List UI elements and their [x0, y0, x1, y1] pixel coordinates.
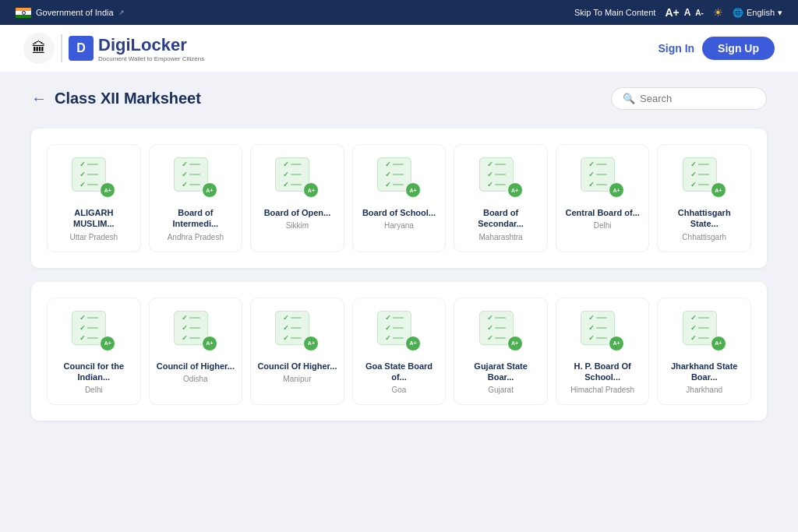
check-icon: ✓	[690, 334, 697, 342]
sign-in-button[interactable]: Sign In	[658, 42, 694, 55]
doc-line: ✓	[182, 334, 200, 342]
board-card[interactable]: ✓ ✓ ✓ A+ Goa State Board of... Goa	[352, 298, 447, 406]
board-card[interactable]: ✓ ✓ ✓ A+ Board of Open... Sikkim	[250, 144, 344, 252]
board-card[interactable]: ✓ ✓ ✓ A+ Board of School... Haryana	[352, 144, 447, 252]
board-card[interactable]: ✓ ✓ ✓ A+ Gujarat State Boar... Gujarat	[454, 298, 548, 406]
check-icon: ✓	[487, 181, 493, 188]
doc-line: ✓	[385, 171, 404, 178]
skip-link[interactable]: Skip To Main Content	[574, 8, 655, 17]
doc-line-bar	[698, 317, 709, 319]
doc-icon-inner: ✓ ✓ ✓	[283, 160, 302, 188]
board-card[interactable]: ✓ ✓ ✓ A+ Board of Intermedi... Andhra Pr…	[149, 144, 243, 252]
check-icon: ✓	[79, 160, 86, 168]
check-icon: ✓	[385, 181, 391, 188]
doc-line-bar	[698, 337, 709, 339]
check-icon: ✓	[182, 171, 188, 178]
back-button[interactable]: ←	[31, 90, 47, 107]
page-header-left: ← Class XII Marksheet	[31, 90, 201, 107]
card-icon-area: ✓ ✓ ✓ A+	[275, 311, 319, 351]
check-icon: ✓	[487, 324, 493, 332]
doc-icon-inner: ✓ ✓ ✓	[385, 160, 404, 188]
board-card[interactable]: ✓ ✓ ✓ A+ Jharkhand State Boar... Jharkha…	[657, 298, 751, 406]
card-icon-area: ✓ ✓ ✓ A+	[377, 157, 421, 198]
logo-divider	[61, 34, 62, 62]
doc-line-bar	[393, 164, 404, 165]
board-card[interactable]: ✓ ✓ ✓ A+ Board of Secondar... Maharashtr…	[454, 144, 548, 252]
doc-line: ✓	[690, 160, 709, 168]
theme-toggle-icon[interactable]: ☀	[713, 6, 723, 19]
doc-line-bar	[393, 174, 404, 175]
font-large-btn[interactable]: A+	[665, 6, 679, 19]
doc-line: ✓	[690, 181, 709, 188]
card-state: Goa	[392, 385, 407, 395]
language-selector[interactable]: 🌐 English ▾	[733, 8, 782, 18]
doc-line: ✓	[487, 334, 506, 342]
board-card[interactable]: ✓ ✓ ✓ A+ Council of Higher... Odisha	[149, 298, 243, 406]
check-icon: ✓	[385, 314, 391, 322]
board-card[interactable]: ✓ ✓ ✓ A+ Chhattisgarh State... Chhattisg…	[657, 144, 751, 252]
check-icon: ✓	[283, 334, 289, 342]
doc-line: ✓	[283, 334, 302, 342]
check-icon: ✓	[385, 324, 391, 332]
check-icon: ✓	[79, 324, 86, 332]
doc-line: ✓	[487, 171, 506, 178]
doc-icon-inner: ✓ ✓ ✓	[487, 314, 506, 342]
search-input[interactable]	[640, 93, 749, 104]
doc-line: ✓	[79, 324, 98, 332]
card-icon-area: ✓ ✓ ✓ A+	[174, 157, 217, 198]
card-board-name: Central Board of...	[565, 207, 639, 218]
gov-label: Government of India	[36, 8, 114, 17]
doc-line-bar	[698, 184, 709, 185]
font-medium-btn[interactable]: A	[684, 7, 691, 18]
check-icon: ✓	[690, 160, 697, 168]
lang-label: English	[747, 8, 775, 17]
doc-line-bar	[495, 337, 506, 339]
doc-line-bar	[596, 327, 607, 329]
board-card[interactable]: ✓ ✓ ✓ A+ Council for the Indian... Delhi	[47, 298, 141, 406]
check-icon: ✓	[283, 160, 289, 168]
check-icon: ✓	[690, 314, 697, 322]
check-icon: ✓	[182, 181, 188, 188]
doc-line: ✓	[385, 181, 404, 188]
doc-line-bar	[189, 337, 200, 339]
doc-line-bar	[291, 327, 302, 329]
check-icon: ✓	[487, 160, 493, 168]
card-icon-area: ✓ ✓ ✓ A+	[377, 311, 421, 351]
card-state: Haryana	[384, 220, 414, 231]
font-small-btn[interactable]: A-	[695, 9, 704, 17]
gov-bar: Government of India ↗ Skip To Main Conte…	[0, 0, 798, 25]
board-card[interactable]: ✓ ✓ ✓ A+ H. P. Board Of School... Himach…	[556, 298, 650, 406]
card-board-name: Board of Secondar...	[461, 207, 541, 230]
sign-up-button[interactable]: Sign Up	[702, 37, 775, 60]
doc-line-bar	[291, 184, 302, 185]
check-icon: ✓	[487, 314, 493, 322]
card-icon-area: ✓ ✓ ✓ A+	[72, 311, 115, 351]
card-icon-area: ✓ ✓ ✓ A+	[275, 157, 319, 198]
grade-badge: A+	[609, 336, 624, 351]
board-card[interactable]: ✓ ✓ ✓ A+ ALIGARH MUSLIM... Uttar Pradesh	[47, 144, 141, 252]
check-icon: ✓	[385, 171, 391, 178]
board-card[interactable]: ✓ ✓ ✓ A+ Central Board of... Delhi	[556, 144, 650, 252]
doc-line-bar	[189, 184, 200, 185]
header-actions: Sign In Sign Up	[658, 37, 775, 60]
doc-line-bar	[189, 164, 200, 165]
doc-line-bar	[291, 174, 302, 175]
doc-line-bar	[495, 317, 506, 319]
doc-line-bar	[291, 164, 302, 165]
board-card[interactable]: ✓ ✓ ✓ A+ Council Of Higher... Manipur	[250, 298, 344, 406]
doc-line: ✓	[588, 160, 607, 168]
doc-line: ✓	[588, 324, 607, 332]
doc-icon-inner: ✓ ✓ ✓	[79, 314, 98, 342]
doc-line: ✓	[182, 181, 200, 188]
gov-bar-right: Skip To Main Content A+ A A- ☀ 🌐 English…	[574, 6, 782, 19]
doc-line: ✓	[385, 160, 404, 168]
doc-icon-inner: ✓ ✓ ✓	[487, 160, 506, 188]
gov-bar-left: Government of India ↗	[16, 8, 125, 18]
doc-icon-inner: ✓ ✓ ✓	[182, 160, 200, 188]
card-board-name: Chhattisgarh State...	[664, 207, 744, 230]
check-icon: ✓	[588, 171, 595, 178]
card-icon-area: ✓ ✓ ✓ A+	[479, 311, 523, 351]
card-board-name: Board of School...	[362, 207, 436, 218]
cards-section-row1: ✓ ✓ ✓ A+ ALIGARH MUSLIM... Uttar Pradesh	[31, 129, 767, 268]
digilocker-brand: D DigiLocker Document Wallet to Empower …	[69, 35, 204, 62]
